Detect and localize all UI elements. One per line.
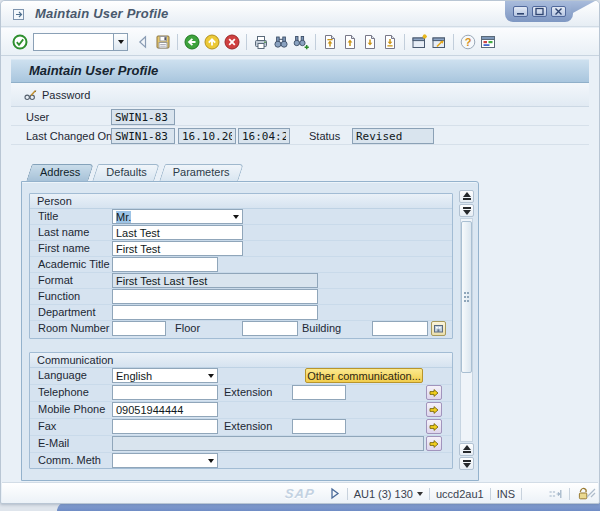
email-field[interactable]	[112, 436, 424, 451]
create-shortcut-button[interactable]	[429, 31, 449, 52]
comm-meth-dropdown[interactable]	[112, 453, 218, 468]
find-icon	[272, 33, 290, 51]
tab-parameters[interactable]: Parameters	[162, 164, 241, 181]
department-field[interactable]	[112, 305, 318, 320]
floor-field[interactable]	[242, 321, 298, 336]
page-header: Maintain User Profile	[11, 59, 589, 83]
scrollbar-track[interactable]	[460, 218, 473, 442]
mobile-phone-field[interactable]	[112, 402, 218, 417]
format-field[interactable]	[112, 273, 318, 288]
next-page-button[interactable]	[360, 31, 380, 52]
email-more-button[interactable]	[426, 436, 442, 451]
page-title: Maintain User Profile	[11, 60, 589, 82]
tab-address[interactable]: Address	[29, 164, 91, 181]
first-page-icon	[321, 33, 339, 51]
title-label: Title	[38, 210, 58, 222]
other-communication-button[interactable]: Other communication...	[305, 368, 423, 383]
scroll-up-button[interactable]	[459, 190, 474, 203]
resize-grip[interactable]	[586, 484, 596, 502]
status-expand-icon[interactable]	[328, 486, 341, 501]
maximize-icon	[534, 7, 545, 16]
yellow-arrow-icon	[428, 421, 440, 433]
first-name-label: First name	[38, 242, 90, 254]
scroll-down-button[interactable]	[459, 204, 474, 217]
chevron-down-icon	[118, 40, 124, 44]
customize-layout-button[interactable]	[478, 31, 498, 52]
telephone-field[interactable]	[112, 385, 218, 400]
telephone-extension-field[interactable]	[292, 385, 346, 400]
scroll-up-button-bottom[interactable]	[459, 443, 474, 456]
last-changed-row: Last Changed On Status	[11, 126, 589, 145]
user-field[interactable]	[111, 109, 175, 125]
building-field[interactable]	[372, 321, 428, 336]
building-lookup-icon	[433, 323, 444, 334]
command-history-button[interactable]	[113, 33, 128, 51]
last-name-label: Last name	[38, 226, 89, 238]
command-field[interactable]	[33, 33, 113, 51]
fax-field[interactable]	[112, 419, 218, 434]
back-triangle-icon	[134, 33, 152, 51]
help-button[interactable]: ?	[458, 31, 478, 52]
window-title: Maintain User Profile	[35, 6, 169, 21]
back-button[interactable]	[182, 31, 202, 52]
previous-page-button[interactable]	[340, 31, 360, 52]
tab-defaults[interactable]: Defaults	[95, 164, 157, 181]
find-button[interactable]	[271, 31, 291, 52]
window-menu-icon[interactable]	[12, 7, 27, 26]
last-page-button[interactable]	[380, 31, 400, 52]
comm-meth-row: Comm. Meth	[30, 453, 452, 470]
exit-button[interactable]	[202, 31, 222, 52]
vertical-scrollbar[interactable]	[459, 190, 474, 470]
mobile-more-button[interactable]	[426, 402, 442, 417]
scroll-up-icon	[463, 445, 471, 450]
create-shortcut-icon	[430, 33, 448, 51]
fax-extension-label: Extension	[224, 420, 272, 432]
save-button[interactable]	[153, 31, 173, 52]
close-button[interactable]	[551, 6, 566, 17]
scrollbar-grip	[464, 292, 466, 294]
back-triangle-button[interactable]	[133, 31, 153, 52]
function-label: Function	[38, 290, 80, 302]
room-number-field[interactable]	[112, 321, 166, 336]
last-changed-time-field[interactable]	[238, 128, 290, 144]
sap-screen-icon	[12, 7, 27, 22]
resize-grip-icon	[586, 488, 596, 498]
minimize-button[interactable]	[513, 6, 528, 17]
maximize-button[interactable]	[532, 6, 547, 17]
last-changed-label: Last Changed On	[26, 130, 112, 142]
format-label: Format	[38, 274, 73, 286]
building-lookup-button[interactable]	[431, 321, 446, 336]
last-changed-by-field[interactable]	[111, 128, 175, 144]
enter-button[interactable]	[10, 31, 30, 52]
academic-title-field[interactable]	[112, 257, 218, 272]
title-row: Title Mr.	[30, 209, 452, 225]
application-toolbar: Password	[11, 83, 589, 107]
new-session-button[interactable]	[409, 31, 429, 52]
fax-extension-field[interactable]	[292, 419, 346, 434]
format-row: Format	[30, 273, 452, 289]
print-button[interactable]	[251, 31, 271, 52]
first-name-field[interactable]	[112, 241, 243, 256]
standard-toolbar: ?	[1, 28, 599, 56]
scrollbar-thumb[interactable]	[461, 221, 472, 373]
first-page-button[interactable]	[320, 31, 340, 52]
fax-more-button[interactable]	[426, 419, 442, 434]
function-field[interactable]	[112, 289, 318, 304]
password-button[interactable]: Password	[18, 86, 95, 103]
find-next-button[interactable]	[291, 31, 311, 52]
cancel-button[interactable]	[222, 31, 242, 52]
telephone-more-button[interactable]	[426, 385, 442, 400]
status-field[interactable]	[352, 128, 434, 144]
last-name-field[interactable]	[112, 225, 243, 240]
sap-logo: SAP	[284, 486, 315, 501]
title-dropdown[interactable]: Mr.	[112, 209, 243, 224]
user-label: User	[26, 111, 49, 123]
back-icon	[183, 33, 201, 51]
scroll-down-button-bottom[interactable]	[459, 457, 474, 470]
title-selected-value: Mr.	[116, 211, 131, 223]
system-status[interactable]: AU1 (3) 130	[354, 488, 423, 500]
language-dropdown[interactable]: English	[112, 368, 218, 383]
room-row: Room Number Floor Building	[30, 321, 452, 337]
telephone-row: Telephone Extension	[30, 385, 452, 402]
last-changed-date-field[interactable]	[178, 128, 236, 144]
